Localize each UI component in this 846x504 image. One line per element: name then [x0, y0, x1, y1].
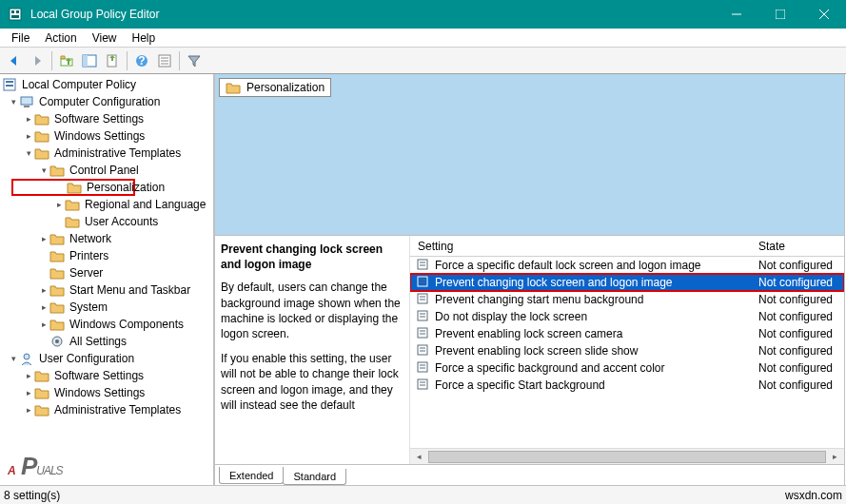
expand-icon[interactable]: ▸: [53, 200, 65, 209]
tree-server[interactable]: Server: [0, 264, 213, 281]
tree-network[interactable]: ▸Network: [0, 230, 213, 247]
tree-label: Windows Settings: [52, 128, 147, 144]
title-bar: Local Group Policy Editor: [0, 0, 846, 29]
policy-item-icon: [416, 275, 431, 290]
policy-item-icon: [416, 292, 431, 307]
tree-root[interactable]: Local Computer Policy: [0, 76, 213, 93]
tree-user-admin-templates[interactable]: ▸Administrative Templates: [0, 401, 213, 418]
row-setting: Do not display the lock screen: [435, 310, 758, 323]
horizontal-scrollbar[interactable]: ◂ ▸: [410, 448, 844, 464]
menu-file[interactable]: File: [4, 29, 37, 47]
tree-label: User Accounts: [83, 214, 160, 229]
minimize-button[interactable]: [715, 0, 758, 29]
expand-icon[interactable]: ▸: [38, 302, 49, 312]
menu-help[interactable]: Help: [125, 29, 164, 47]
list-row[interactable]: Do not display the lock screenNot config…: [410, 308, 844, 325]
tree-system[interactable]: ▸System: [0, 299, 213, 316]
list-header[interactable]: Setting State: [410, 236, 844, 257]
tree-label: Personalization: [85, 180, 167, 195]
export-list-button[interactable]: [102, 50, 123, 71]
up-button[interactable]: [56, 50, 77, 71]
menu-action[interactable]: Action: [37, 29, 84, 47]
row-setting: Force a specific Start background: [435, 378, 758, 392]
expand-icon[interactable]: ▸: [23, 371, 34, 380]
menu-bar: File Action View Help: [0, 29, 846, 48]
tree-label: User Configuration: [37, 351, 136, 366]
filter-button[interactable]: [184, 50, 205, 71]
show-hide-tree-button[interactable]: [79, 50, 100, 71]
tree-windows-components[interactable]: ▸Windows Components: [0, 316, 213, 333]
tree-user-windows-settings[interactable]: ▸Windows Settings: [0, 384, 213, 401]
tab-extended[interactable]: Extended: [219, 467, 284, 484]
preview-folder-label: Personalization: [246, 81, 325, 94]
list-row[interactable]: Prevent enabling lock screen cameraNot c…: [410, 325, 844, 342]
status-count: 8 setting(s): [4, 489, 60, 502]
tree-administrative-templates[interactable]: ▾Administrative Templates: [0, 145, 213, 162]
description-pane: Prevent changing lock screen and logon i…: [215, 236, 410, 464]
help-button[interactable]: ?: [131, 50, 152, 71]
expand-icon[interactable]: ▸: [23, 114, 34, 124]
collapse-icon[interactable]: ▾: [23, 148, 34, 158]
close-button[interactable]: [802, 0, 846, 29]
folder-icon: [49, 283, 65, 297]
expand-icon[interactable]: ▸: [38, 234, 49, 243]
svg-rect-10: [83, 55, 88, 67]
policy-item-icon: [416, 378, 431, 393]
computer-icon: [19, 95, 34, 108]
properties-button[interactable]: [154, 50, 175, 71]
tree-start-menu[interactable]: ▸Start Menu and Taskbar: [0, 281, 213, 299]
folder-icon: [67, 181, 82, 194]
forward-button[interactable]: [27, 50, 48, 71]
tree-computer-configuration[interactable]: ▾ Computer Configuration: [0, 93, 213, 110]
folder-icon: [49, 266, 65, 280]
folder-icon: [49, 164, 65, 177]
tree-control-panel[interactable]: ▾Control Panel: [0, 162, 213, 179]
tree-label: Computer Configuration: [37, 94, 162, 109]
tree-user-configuration[interactable]: ▾User Configuration: [0, 350, 213, 367]
svg-point-25: [24, 354, 30, 359]
list-row[interactable]: Prevent enabling lock screen slide showN…: [410, 342, 844, 359]
preview-folder[interactable]: Personalization: [219, 78, 331, 97]
collapse-icon[interactable]: ▾: [8, 97, 19, 107]
tree-pane[interactable]: Local Computer Policy ▾ Computer Configu…: [0, 74, 214, 485]
list-row[interactable]: Prevent changing start menu backgroundNo…: [410, 291, 844, 308]
app-icon: [8, 7, 23, 22]
tree-software-settings[interactable]: ▸Software Settings: [0, 110, 213, 127]
back-button[interactable]: [4, 50, 25, 71]
expand-icon[interactable]: ▸: [23, 131, 34, 141]
settings-list[interactable]: Setting State Force a specific default l…: [410, 236, 844, 464]
tree-user-accounts[interactable]: User Accounts: [0, 213, 213, 230]
tree-printers[interactable]: Printers: [0, 247, 213, 264]
svg-rect-5: [776, 10, 785, 19]
scroll-right-icon[interactable]: ▸: [828, 450, 842, 464]
tree-personalization[interactable]: Personalization: [11, 179, 135, 196]
tree-label: Windows Settings: [52, 385, 147, 400]
column-setting[interactable]: Setting: [410, 240, 758, 253]
tab-standard[interactable]: Standard: [283, 469, 346, 485]
folder-icon: [34, 369, 49, 382]
column-state[interactable]: State: [758, 240, 844, 253]
row-state: Not configured: [758, 361, 844, 375]
svg-rect-44: [418, 362, 427, 372]
menu-view[interactable]: View: [85, 29, 125, 47]
tree-user-software-settings[interactable]: ▸Software Settings: [0, 367, 213, 384]
folder-icon: [226, 81, 241, 94]
expand-icon[interactable]: ▸: [38, 285, 49, 295]
list-row[interactable]: Prevent changing lock screen and logon i…: [410, 274, 844, 291]
list-row[interactable]: Force a specific Start backgroundNot con…: [410, 377, 844, 394]
tree-label: All Settings: [68, 334, 128, 349]
row-setting: Prevent enabling lock screen camera: [435, 327, 758, 340]
expand-icon[interactable]: ▸: [23, 388, 34, 397]
list-row[interactable]: Force a specific background and accent c…: [410, 359, 844, 377]
collapse-icon[interactable]: ▾: [8, 354, 19, 363]
tree-all-settings[interactable]: All Settings: [0, 333, 213, 350]
expand-icon[interactable]: ▸: [38, 320, 49, 329]
tree-windows-settings[interactable]: ▸Windows Settings: [0, 127, 213, 145]
collapse-icon[interactable]: ▾: [38, 165, 49, 175]
list-row[interactable]: Force a specific default lock screen and…: [410, 257, 844, 274]
maximize-button[interactable]: [758, 0, 802, 29]
scroll-thumb[interactable]: [428, 451, 826, 463]
tree-regional[interactable]: ▸Regional and Language: [0, 196, 213, 213]
scroll-left-icon[interactable]: ◂: [412, 450, 426, 464]
expand-icon[interactable]: ▸: [23, 405, 34, 415]
